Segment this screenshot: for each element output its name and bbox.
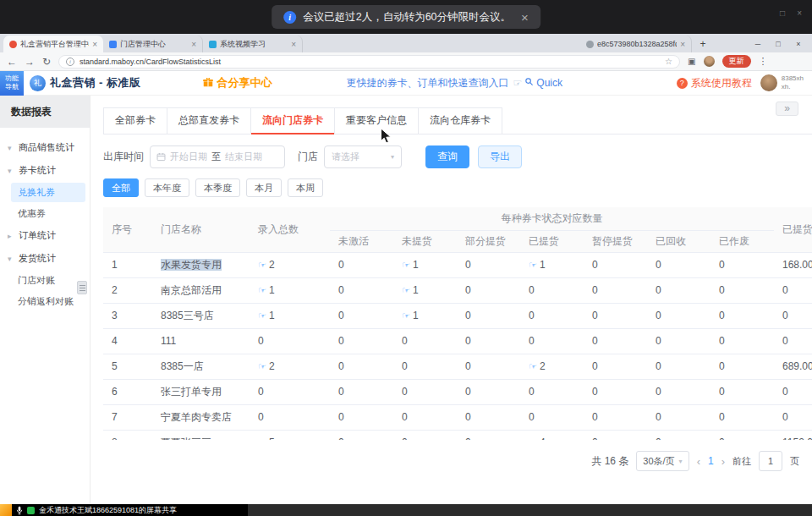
row-count-cell[interactable]: ☞1 xyxy=(393,252,457,277)
maximize-icon[interactable]: □ xyxy=(768,36,788,52)
row-count-cell[interactable]: ☞5 xyxy=(250,430,330,440)
share-status-icon xyxy=(27,507,35,514)
count-value: 0 xyxy=(529,284,535,296)
row-count-cell: 0 xyxy=(647,404,710,430)
tab-close-icon[interactable]: × xyxy=(92,40,97,49)
back-icon[interactable]: ← xyxy=(7,57,17,67)
row-count-cell[interactable]: ☞2 xyxy=(250,354,330,379)
content-tab[interactable]: 重要客户信息 xyxy=(334,107,418,134)
tab-close-icon[interactable]: × xyxy=(291,40,296,49)
tab-favicon xyxy=(209,41,217,48)
row-count-cell: 0 xyxy=(457,328,520,354)
browser-menu-icon[interactable]: ⋮ xyxy=(759,56,768,67)
reload-icon[interactable]: ↻ xyxy=(42,57,51,67)
row-count-cell[interactable]: ☞1 xyxy=(393,277,457,303)
column-header-seq: 序号 xyxy=(103,207,152,252)
count-value: 1 xyxy=(540,259,546,271)
close-icon[interactable]: × xyxy=(788,36,809,52)
bookmark-star-icon[interactable]: ☆ xyxy=(665,57,672,66)
toast-close-icon[interactable]: × xyxy=(521,10,529,25)
sidebar-group[interactable]: ▾商品销售统计 xyxy=(0,136,90,159)
browser-tab[interactable]: 门店管理中心× xyxy=(103,36,203,52)
site-info-icon[interactable]: i xyxy=(66,58,74,66)
tab-close-icon[interactable]: × xyxy=(191,40,196,49)
data-table: 序号 门店名称 录入总数 每种券卡状态对应数量 已提货金额 未激活未提货部分提货… xyxy=(103,207,812,440)
row-seq: 8 xyxy=(103,430,152,440)
extensions-icon[interactable]: ▣ xyxy=(688,57,695,66)
export-button[interactable]: 导出 xyxy=(478,145,522,168)
user-sub: xh. xyxy=(782,83,804,91)
row-count-cell[interactable]: ☞2 xyxy=(520,354,584,379)
row-count-cell: 0 xyxy=(647,379,710,404)
row-count-cell[interactable]: ☞1 xyxy=(393,303,457,328)
end-date-placeholder: 结束日期 xyxy=(225,151,262,163)
share-center-label: 合分享中心 xyxy=(217,75,272,91)
row-count-cell: 0 xyxy=(647,303,710,328)
goto-page-input[interactable]: 1 xyxy=(759,451,782,471)
sidebar-group[interactable]: ▾券卡统计 xyxy=(0,159,90,182)
share-center-link[interactable]: 合分享中心 xyxy=(202,75,272,91)
pointer-hand-icon: ☞ xyxy=(513,77,523,89)
nav-toggle-button[interactable]: 功能 导航 xyxy=(0,71,24,96)
row-count-cell[interactable]: ☞2 xyxy=(250,252,330,277)
content-tab[interactable]: 全部券卡 xyxy=(103,107,167,134)
row-count-cell[interactable]: ☞4 xyxy=(520,430,584,440)
address-bar[interactable]: i standard.maboy.cn/CardFlowStatisticsLi… xyxy=(58,55,680,69)
row-count-cell[interactable]: ☞1 xyxy=(250,303,330,328)
quick-filter-button[interactable]: 本季度 xyxy=(195,178,240,197)
sidebar-group[interactable]: ▸订单统计 xyxy=(0,224,90,247)
current-page[interactable]: 1 xyxy=(708,455,714,467)
tab-title: 门店管理中心 xyxy=(120,39,188,50)
sidebar-item[interactable]: 优惠券 xyxy=(18,203,90,224)
search-button[interactable]: 查询 xyxy=(425,145,469,168)
browser-tab[interactable]: e8c573980b1328a258fd2e6ll× xyxy=(580,36,692,52)
store-select[interactable]: 请选择 ▾ xyxy=(324,145,402,168)
content-tab[interactable]: 总部直发券卡 xyxy=(167,107,250,134)
next-page-button[interactable]: › xyxy=(721,455,725,468)
row-amount: 1152.00 xyxy=(774,430,812,440)
browser-profile-avatar[interactable] xyxy=(704,56,715,67)
store-name-text: 粟粟张三三 xyxy=(161,436,211,441)
user-avatar[interactable] xyxy=(760,74,777,91)
store-name-text: 南京总部活用 xyxy=(161,284,222,296)
sidebar-title: 数据报表 xyxy=(0,96,90,128)
brand-name: 礼盒营销 - 标准版 xyxy=(50,75,141,91)
panel-expand-button[interactable]: » xyxy=(776,102,798,116)
count-value: 0 xyxy=(592,284,598,296)
count-value: 0 xyxy=(465,259,471,271)
row-seq: 1 xyxy=(103,252,152,277)
pointer-icon: ☞ xyxy=(402,310,410,321)
sidebar-group[interactable]: ▾发货统计 xyxy=(0,247,90,270)
close-icon[interactable]: × xyxy=(797,8,802,18)
quick-filter-button[interactable]: 本周 xyxy=(288,178,323,197)
quick-filter-button[interactable]: 全部 xyxy=(103,178,139,197)
browser-tab[interactable]: 礼盒营销平台管理中心× xyxy=(3,36,103,52)
content-tab[interactable]: 流向仓库券卡 xyxy=(418,107,502,134)
maximize-icon[interactable]: □ xyxy=(780,8,785,18)
date-range-input[interactable]: 开始日期 至 结束日期 xyxy=(150,145,285,168)
tab-close-icon[interactable]: × xyxy=(680,40,685,49)
page-size-select[interactable]: 30条/页 ▾ xyxy=(636,451,689,471)
row-count-cell: 0 xyxy=(457,252,520,277)
minimize-icon[interactable]: ─ xyxy=(748,36,768,52)
row-count-cell: 0 xyxy=(330,328,393,354)
sidebar-item[interactable]: 兑换礼券 xyxy=(11,183,85,202)
quick-filter-button[interactable]: 本年度 xyxy=(145,178,189,197)
quick-search-link[interactable]: ☞ Quick xyxy=(513,77,562,89)
row-count-cell: 0 xyxy=(250,404,330,430)
new-tab-button[interactable]: + xyxy=(695,38,710,50)
quick-filter-group: 全部本年度本季度本月本周 xyxy=(103,178,812,197)
row-count-cell[interactable]: ☞1 xyxy=(250,277,330,303)
tab-title: e8c573980b1328a258fd2e6ll xyxy=(597,40,677,48)
browser-tab[interactable]: 系统视频学习× xyxy=(203,36,303,52)
sidebar-collapse-handle[interactable] xyxy=(77,281,87,294)
row-count-cell[interactable]: ☞1 xyxy=(520,252,584,277)
forward-icon[interactable]: → xyxy=(25,57,35,67)
quick-filter-button[interactable]: 本月 xyxy=(246,178,282,197)
prev-page-button[interactable]: ‹ xyxy=(697,455,700,468)
update-button[interactable]: 更新 xyxy=(722,55,751,68)
tutorial-link[interactable]: ? 系统使用教程 xyxy=(677,76,752,91)
tutorial-label: 系统使用教程 xyxy=(691,76,752,91)
content-tab[interactable]: 流向门店券卡 xyxy=(250,107,334,134)
app-taskbar-icon[interactable] xyxy=(0,504,12,516)
